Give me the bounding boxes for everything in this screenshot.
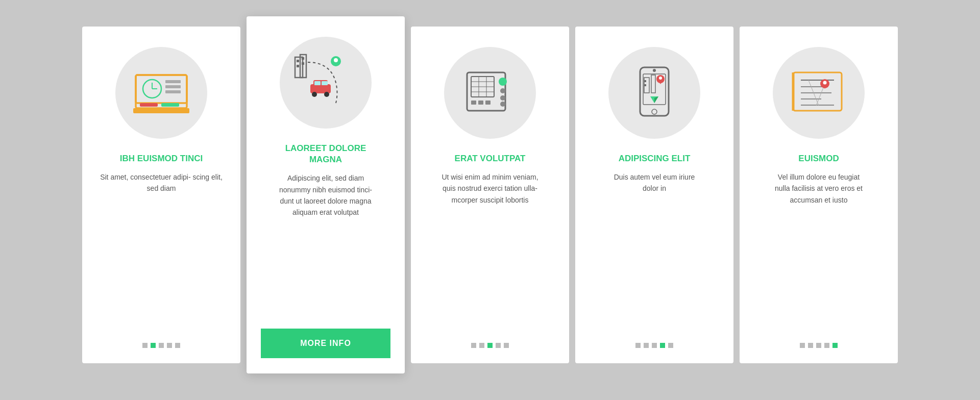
dot-4: [660, 343, 665, 348]
svg-rect-45: [644, 80, 646, 82]
svg-rect-2: [133, 108, 189, 113]
card-2: LAOREET DOLORE MAGNA Adipiscing elit, se…: [247, 16, 405, 373]
dot-5: [668, 343, 673, 348]
dot-1: [471, 343, 476, 348]
svg-point-25: [324, 92, 329, 97]
card-5-title: EUISMOD: [798, 153, 839, 164]
phone-map-icon: [629, 65, 680, 121]
dot-1: [635, 343, 641, 348]
svg-point-63: [823, 81, 827, 85]
dot-3: [159, 343, 164, 348]
more-info-button[interactable]: MORE INFO: [261, 329, 390, 358]
svg-rect-8: [165, 90, 181, 93]
svg-point-36: [500, 102, 505, 107]
svg-rect-46: [644, 84, 646, 86]
svg-rect-9: [140, 103, 158, 107]
svg-rect-7: [165, 85, 181, 88]
card-3: ERAT VOLUTPAT Ut wisi enim ad minim veni…: [411, 27, 569, 363]
dot-4: [496, 343, 501, 348]
card-5-dots: [800, 343, 838, 348]
card-5-text: Vel illum dolore eu feugiat nulla facili…: [775, 171, 863, 328]
svg-rect-16: [302, 62, 304, 65]
gps-device-icon: [462, 67, 518, 118]
card-3-dots: [471, 343, 509, 348]
dot-5: [175, 343, 180, 348]
dot-3: [652, 343, 657, 348]
car-route-icon: [290, 52, 361, 113]
dot-3: [816, 343, 821, 348]
svg-rect-14: [297, 65, 299, 67]
dot-2: [808, 343, 813, 348]
dot-3: [487, 343, 493, 348]
cards-container: IBH EUISMOD TINCI Sit amet, consectetuer…: [52, 6, 928, 394]
svg-rect-10: [161, 103, 179, 107]
svg-rect-15: [302, 57, 304, 60]
card-1-title: IBH EUISMOD TINCI: [120, 153, 203, 164]
card-2-icon-circle: [280, 37, 372, 129]
card-2-title: LAOREET DOLORE MAGNA: [285, 143, 366, 165]
card-3-title: ERAT VOLUTPAT: [455, 153, 526, 164]
svg-point-52: [652, 109, 657, 114]
dot-2: [644, 343, 649, 348]
svg-rect-39: [485, 101, 491, 105]
card-4-title: ADIPISCING ELIT: [619, 153, 691, 164]
dot-1: [800, 343, 805, 348]
dot-4: [824, 343, 829, 348]
laptop-gps-icon: [131, 67, 192, 118]
card-4-text: Duis autem vel eum iriure dolor in: [614, 171, 695, 328]
svg-point-24: [312, 92, 317, 97]
card-1-dots: [142, 343, 180, 348]
card-3-icon-circle: [444, 47, 536, 139]
card-5-icon-circle: [773, 47, 865, 139]
svg-rect-44: [651, 75, 655, 93]
card-5: EUISMOD Vel illum dolore eu feugiat null…: [740, 27, 898, 363]
svg-rect-22: [314, 81, 321, 85]
svg-rect-6: [165, 80, 181, 83]
dot-5: [504, 343, 509, 348]
dot-2: [479, 343, 484, 348]
card-4-icon-circle: [608, 47, 700, 139]
card-4: ADIPISCING ELIT Duis autem vel eum iriur…: [575, 27, 733, 363]
card-2-text: Adipiscing elit, sed diam nonummy nibh e…: [279, 172, 372, 313]
dot-1: [142, 343, 148, 348]
svg-rect-13: [297, 60, 299, 62]
svg-rect-37: [471, 101, 476, 105]
svg-rect-23: [322, 81, 328, 85]
card-3-text: Ut wisi enim ad minim veniam, quis nostr…: [442, 171, 538, 328]
card-4-dots: [635, 343, 673, 348]
svg-point-34: [500, 88, 505, 93]
map-book-icon: [788, 67, 849, 118]
svg-rect-38: [478, 101, 483, 105]
svg-point-33: [499, 78, 507, 86]
card-1: IBH EUISMOD TINCI Sit amet, consectetuer…: [82, 27, 240, 363]
card-1-text: Sit amet, consectetuer adipi- scing elit…: [96, 171, 226, 328]
svg-point-48: [659, 77, 662, 80]
dot-5: [832, 343, 838, 348]
dot-2: [151, 343, 156, 348]
svg-point-18: [334, 58, 338, 62]
dot-4: [167, 343, 172, 348]
svg-point-42: [653, 69, 656, 72]
svg-point-35: [500, 95, 505, 101]
card-1-icon-circle: [115, 47, 207, 139]
